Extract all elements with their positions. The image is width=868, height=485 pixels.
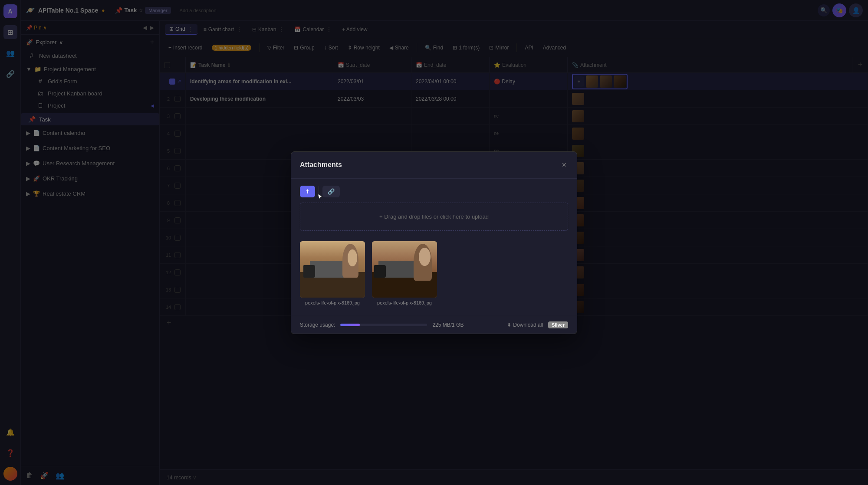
storage-fill [340, 324, 360, 326]
upload-toolbar: ⬆ 🔗 [300, 186, 568, 197]
attachment-name-1: pexels-life-of-pix-8169.jpg [305, 300, 360, 305]
attachment-name-2: pexels-life-of-pix-8169.jpg [377, 300, 432, 305]
upload-sep [319, 186, 319, 197]
silver-badge: Silver [548, 321, 568, 328]
modal-title: Attachments [300, 161, 342, 169]
upload-file-btn[interactable]: ⬆ [300, 186, 315, 197]
storage-bar [340, 324, 427, 326]
modal-footer: Storage usage: 225 MB/1 GB ⬇ Download al… [291, 316, 577, 334]
modal-overlay[interactable]: Attachments × ⬆ 🔗 + Drag and drop files … [0, 0, 868, 485]
thumb-scene-2 [372, 241, 437, 298]
attachments-modal: Attachments × ⬆ 🔗 + Drag and drop files … [291, 151, 577, 334]
thumb-scene-1 [300, 241, 365, 298]
modal-body: ⬆ 🔗 + Drag and drop files or click here … [291, 179, 577, 316]
modal-header: Attachments × [291, 152, 577, 179]
storage-label: Storage usage: [300, 322, 335, 328]
drop-text: + Drag and drop files or click here to u… [379, 213, 489, 220]
attachments-grid: pexels-life-of-pix-8169.jpg pexels [300, 238, 568, 309]
upload-icon: ⬆ [305, 188, 310, 195]
attachment-thumb-2 [372, 241, 437, 298]
upload-link-btn[interactable]: 🔗 [322, 186, 340, 197]
link-icon: 🔗 [328, 188, 335, 195]
attachment-item-1[interactable]: pexels-life-of-pix-8169.jpg [300, 241, 365, 305]
modal-close-btn[interactable]: × [560, 159, 568, 171]
download-all-btn[interactable]: ⬇ Download all [507, 322, 543, 328]
storage-text: 225 MB/1 GB [432, 322, 464, 328]
attachment-thumb-1 [300, 241, 365, 298]
attachment-item-2[interactable]: pexels-life-of-pix-8169.jpg [372, 241, 437, 305]
download-icon: ⬇ [507, 322, 511, 328]
download-label: Download all [513, 322, 543, 328]
drop-zone[interactable]: + Drag and drop files or click here to u… [300, 203, 568, 231]
